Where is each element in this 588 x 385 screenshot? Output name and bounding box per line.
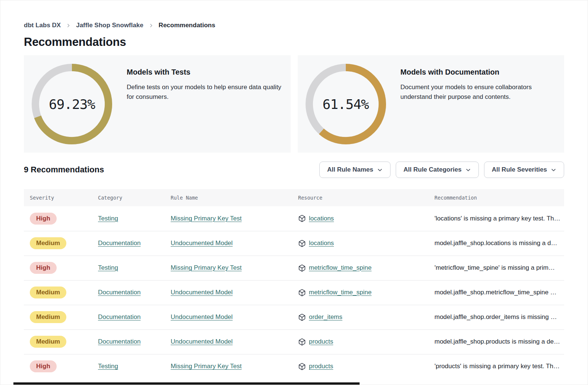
severity-badge: Medium	[30, 336, 66, 348]
chevron-down-icon	[377, 167, 383, 173]
recommendation-text: 'metricflow_time_spine' is missing a pri…	[434, 264, 555, 271]
column-header-category: Category	[92, 189, 165, 206]
resource-link[interactable]: products	[309, 363, 333, 370]
severity-badge: High	[30, 262, 57, 274]
recommendations-count: 9 Recommendations	[24, 165, 104, 175]
recommendation-text: model.jaffle_shop.products is missing a …	[434, 338, 560, 345]
breadcrumb-current: Recommendations	[159, 22, 215, 29]
breadcrumb-project[interactable]: dbt Labs DX	[24, 22, 61, 29]
rule-names-filter[interactable]: All Rule Names	[319, 162, 391, 178]
page-title: Recommendations	[24, 35, 564, 49]
resource-link[interactable]: products	[309, 338, 333, 345]
model-cube-icon	[298, 264, 306, 272]
model-cube-icon	[298, 338, 306, 346]
table-row: High Testing Missing Primary Key Test me…	[24, 256, 564, 280]
documentation-donut-chart: 61.54%	[305, 63, 386, 145]
rule-severities-filter[interactable]: All Rule Severities	[484, 162, 564, 178]
table-row: Medium Documentation Undocumented Model …	[24, 329, 564, 354]
column-header-severity: Severity	[24, 189, 92, 206]
tests-donut-chart: 69.23%	[31, 63, 113, 145]
breadcrumb: dbt Labs DX Jaffle Shop Snowflake Recomm…	[24, 22, 564, 29]
category-link[interactable]: Documentation	[98, 313, 140, 320]
table-row: Medium Documentation Undocumented Model …	[24, 305, 564, 329]
models-with-documentation-card: 61.54% Models with Documentation Documen…	[298, 55, 565, 153]
rule-name-link[interactable]: Missing Primary Key Test	[171, 363, 242, 370]
rule-name-link[interactable]: Undocumented Model	[171, 338, 233, 345]
metric-cards: 69.23% Models with Tests Define tests on…	[24, 55, 564, 153]
severity-badge: Medium	[30, 287, 66, 298]
column-header-rule-name: Rule Name	[165, 189, 292, 206]
models-with-tests-card: 69.23% Models with Tests Define tests on…	[24, 55, 291, 153]
resource-link[interactable]: metricflow_time_spine	[309, 264, 372, 272]
card-description: Document your models to ensure collabora…	[401, 82, 546, 102]
model-cube-icon	[298, 289, 306, 297]
recommendation-text: model.jaffle_shop.order_items is missing…	[434, 313, 557, 320]
card-description: Define tests on your models to help ensu…	[127, 82, 282, 102]
table-row: Medium Documentation Undocumented Model …	[24, 280, 564, 305]
chevron-right-icon	[66, 23, 71, 28]
breadcrumb-environment[interactable]: Jaffle Shop Snowflake	[76, 22, 143, 29]
resource-link[interactable]: locations	[309, 215, 334, 222]
recommendations-page: dbt Labs DX Jaffle Shop Snowflake Recomm…	[0, 0, 588, 385]
model-cube-icon	[298, 240, 306, 247]
rule-name-link[interactable]: Missing Primary Key Test	[171, 264, 242, 271]
chevron-down-icon	[465, 167, 471, 173]
column-header-resource: Resource	[292, 189, 429, 206]
tests-percentage: 69.23%	[31, 63, 113, 145]
category-link[interactable]: Testing	[98, 264, 118, 271]
rule-name-link[interactable]: Undocumented Model	[171, 240, 233, 247]
rule-categories-filter[interactable]: All Rule Categories	[396, 162, 479, 178]
model-cube-icon	[298, 313, 306, 321]
recommendation-text: 'products' is missing a primary key test…	[434, 363, 560, 370]
resource-link[interactable]: locations	[309, 240, 334, 247]
recommendation-text: model.jaffle_shop.locations is missing a…	[434, 240, 557, 247]
table-header-row: Severity Category Rule Name Resource Rec…	[24, 189, 564, 206]
severity-badge: Medium	[30, 311, 66, 323]
rule-name-link[interactable]: Missing Primary Key Test	[171, 215, 242, 222]
rule-name-link[interactable]: Undocumented Model	[171, 313, 233, 320]
table-body: High Testing Missing Primary Key Test lo…	[24, 206, 564, 379]
documentation-percentage: 61.54%	[305, 63, 386, 145]
category-link[interactable]: Documentation	[98, 240, 140, 247]
filter-bar: All Rule Names All Rule Categories All R…	[319, 162, 564, 178]
recommendation-text: model.jaffle_shop.metricflow_time_spine …	[434, 289, 557, 296]
severity-badge: High	[30, 360, 57, 372]
resource-link[interactable]: metricflow_time_spine	[309, 289, 372, 296]
recommendations-table: Severity Category Rule Name Resource Rec…	[24, 189, 564, 379]
chevron-right-icon	[149, 23, 154, 28]
table-row: Medium Documentation Undocumented Model …	[24, 231, 564, 256]
category-link[interactable]: Testing	[98, 363, 118, 370]
list-header: 9 Recommendations All Rule Names All Rul…	[24, 162, 564, 178]
card-title: Models with Tests	[127, 68, 282, 76]
resource-link[interactable]: order_items	[309, 313, 342, 321]
category-link[interactable]: Documentation	[98, 338, 140, 345]
clipped-next-row-artifact	[13, 382, 360, 385]
chevron-down-icon	[551, 167, 556, 173]
severity-badge: High	[30, 213, 57, 225]
model-cube-icon	[298, 363, 306, 370]
table-row: High Testing Missing Primary Key Test lo…	[24, 206, 564, 231]
category-link[interactable]: Testing	[98, 215, 118, 222]
column-header-recommendation: Recommendation	[429, 189, 564, 206]
rule-name-link[interactable]: Undocumented Model	[171, 289, 233, 296]
severity-badge: Medium	[30, 237, 66, 249]
model-cube-icon	[298, 215, 306, 222]
card-title: Models with Documentation	[401, 68, 546, 76]
category-link[interactable]: Documentation	[98, 289, 140, 296]
recommendation-text: 'locations' is missing a primary key tes…	[434, 215, 560, 222]
table-row: High Testing Missing Primary Key Test pr…	[24, 354, 564, 379]
